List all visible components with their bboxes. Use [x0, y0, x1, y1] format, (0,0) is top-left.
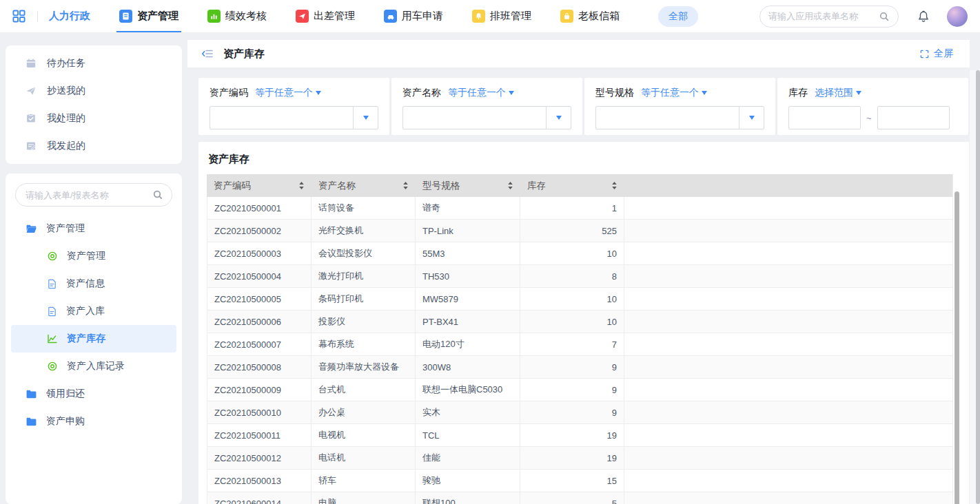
sort-icon — [402, 181, 409, 190]
doc-icon — [47, 306, 57, 317]
table-row[interactable]: ZC20210500001话筒设备谱奇1 — [207, 197, 953, 220]
table-row[interactable]: ZC20210600014电脑联想1005 — [207, 492, 953, 504]
form-tree-card: 资产管理 资产管理 资产信息 资产入库 资产库存 资产入库记录 — [6, 174, 182, 504]
filter-condition-dropdown[interactable]: 等于任意一个 — [255, 87, 321, 99]
range-separator: ~ — [866, 113, 872, 123]
app-search-input[interactable] — [768, 11, 879, 21]
filter-condition-dropdown[interactable]: 选择范围 — [815, 87, 861, 99]
tree-item-asset-inventory[interactable]: 资产库存 — [11, 325, 176, 353]
tab-business-trip[interactable]: 出差管理 — [296, 0, 355, 32]
tree-item-label: 资产入库 — [66, 305, 105, 317]
table-row[interactable]: ZC20210500010办公桌实木9 — [207, 401, 953, 424]
tab-performance-review[interactable]: 绩效考核 — [207, 0, 267, 32]
table-row[interactable]: ZC20210500007幕布系统电动120寸7 — [207, 333, 953, 356]
sidebar-item-cc-to-me[interactable]: 抄送我的 — [6, 77, 182, 105]
tree-item-asset-inbound-records[interactable]: 资产入库记录 — [11, 353, 176, 380]
table-row[interactable]: ZC20210500012电话机佳能19 — [207, 447, 953, 470]
table-row[interactable]: ZC20210500005条码打印机MW587910 — [207, 288, 953, 311]
nav-divider — [37, 11, 38, 22]
apps-grid-icon[interactable] — [11, 9, 26, 24]
column-header-model-spec[interactable]: 型号规格 — [416, 174, 520, 197]
sidebar-item-label: 我处理的 — [47, 112, 85, 125]
calendar-icon — [25, 58, 37, 69]
target-icon — [47, 251, 58, 262]
table-row[interactable]: ZC20210500009台式机联想一体电脑C50309 — [207, 379, 953, 401]
select-dropdown-button[interactable] — [353, 107, 378, 129]
form-search-box[interactable] — [15, 183, 172, 207]
collapse-sidebar-icon[interactable] — [201, 48, 214, 60]
filter-value-select[interactable] — [595, 106, 764, 129]
all-apps-button[interactable]: 全部 — [658, 6, 698, 27]
table-row[interactable]: ZC20210500006投影仪PT-BX4110 — [207, 311, 953, 333]
bar-chart-icon — [207, 10, 221, 23]
table-scrollbar-thumb[interactable] — [955, 191, 959, 504]
notifications-bell-icon[interactable] — [917, 10, 930, 23]
tree-item-asset-info[interactable]: 资产信息 — [11, 270, 176, 297]
sidebar-item-label: 我发起的 — [47, 140, 85, 152]
filter-value-select[interactable] — [210, 106, 378, 129]
sidebar-item-handled-by-me[interactable]: 我处理的 — [6, 105, 182, 132]
tree-item-label: 资产信息 — [66, 277, 105, 290]
user-avatar[interactable] — [947, 6, 968, 27]
table-row[interactable]: ZC20210500011电视机TCL19 — [207, 424, 953, 447]
form-search-input[interactable] — [25, 190, 152, 200]
filter-value-select[interactable] — [402, 106, 571, 129]
page-scrollbar-thumb[interactable] — [976, 70, 980, 504]
tree-item-asset-inbound[interactable]: 资产入库 — [11, 297, 176, 325]
chevron-down-icon — [556, 116, 562, 120]
table-body: ZC20210500001话筒设备谱奇1 ZC20210500002光纤交换机T… — [207, 197, 953, 504]
table-row[interactable]: ZC20210500002光纤交换机TP-Link525 — [207, 220, 953, 242]
tree-item-label: 领用归还 — [46, 388, 85, 400]
column-header-empty — [624, 174, 953, 197]
tree-item-asset-management[interactable]: 资产管理 — [11, 242, 176, 270]
tree-group-asset-purchase[interactable]: 资产申购 — [11, 408, 176, 435]
chevron-down-icon — [509, 91, 514, 95]
page-scrollbar[interactable] — [970, 70, 980, 504]
column-header-asset-name[interactable]: 资产名称 — [312, 174, 416, 197]
target-icon — [47, 361, 58, 372]
sort-icon — [298, 181, 305, 190]
chevron-down-icon — [316, 91, 321, 95]
nav-tab-label: 老板信箱 — [578, 10, 620, 23]
tab-boss-mailbox[interactable]: 老板信箱 — [560, 0, 620, 32]
tree-group-borrow-return[interactable]: 领用归还 — [11, 380, 176, 408]
tab-vehicle-request[interactable]: 用车申请 — [384, 0, 443, 32]
inventory-table-card: 资产库存 资产编码 资产名称 — [198, 142, 969, 504]
fullscreen-button[interactable]: 全屏 — [919, 48, 953, 60]
doc-icon — [47, 279, 57, 289]
workspace-name[interactable]: 人力行政 — [49, 10, 90, 23]
tree-group-asset-management[interactable]: 资产管理 — [11, 215, 176, 242]
filter-condition-dropdown[interactable]: 等于任意一个 — [448, 87, 514, 99]
filter-label: 资产名称 — [402, 87, 441, 99]
stock-range-min-input[interactable] — [788, 106, 861, 129]
sidebar-item-label: 抄送我的 — [47, 85, 85, 97]
app-search-box[interactable] — [759, 6, 899, 28]
filter-asset-code: 资产编码 等于任意一个 — [198, 78, 389, 135]
sidebar-item-todo-tasks[interactable]: 待办任务 — [6, 50, 182, 77]
table-row[interactable]: ZC20210500008音频功率放大器设备300W89 — [207, 356, 953, 379]
filter-stock-range: 库存 选择范围 ~ — [777, 78, 968, 135]
filter-label: 型号规格 — [595, 87, 634, 99]
car-icon — [384, 10, 397, 23]
clipboard-check-icon — [25, 113, 37, 124]
filter-condition-dropdown[interactable]: 等于任意一个 — [641, 87, 707, 99]
tab-shift-management[interactable]: 排班管理 — [472, 0, 531, 32]
column-header-asset-code[interactable]: 资产编码 — [207, 174, 312, 197]
search-icon — [879, 11, 890, 22]
column-header-stock[interactable]: 库存 — [520, 174, 624, 197]
tab-asset-management[interactable]: 资产管理 — [119, 0, 178, 32]
filter-label: 资产编码 — [210, 87, 248, 99]
app-window: 人力行政 资产管理 绩效考核 出差管理 用车申请 — [0, 0, 980, 504]
select-dropdown-button[interactable] — [739, 107, 764, 129]
table-row[interactable]: ZC20210500013轿车骏驰15 — [207, 470, 953, 492]
search-icon — [152, 189, 163, 200]
nav-tab-label: 绩效考核 — [225, 10, 267, 23]
table-row[interactable]: ZC20210500004激光打印机TH5308 — [207, 265, 953, 288]
stock-range-max-input[interactable] — [877, 106, 950, 129]
chevron-down-icon — [749, 116, 755, 120]
table-row[interactable]: ZC20210500003会议型投影仪55M310 — [207, 242, 953, 265]
sidebar-item-initiated-by-me[interactable]: 我发起的 — [6, 132, 182, 160]
quick-access-card: 待办任务 抄送我的 我处理的 我发起的 — [6, 45, 182, 164]
select-dropdown-button[interactable] — [546, 107, 571, 129]
filter-bar: 资产编码 等于任意一个 资产名称 等于任意一个 — [198, 78, 980, 135]
